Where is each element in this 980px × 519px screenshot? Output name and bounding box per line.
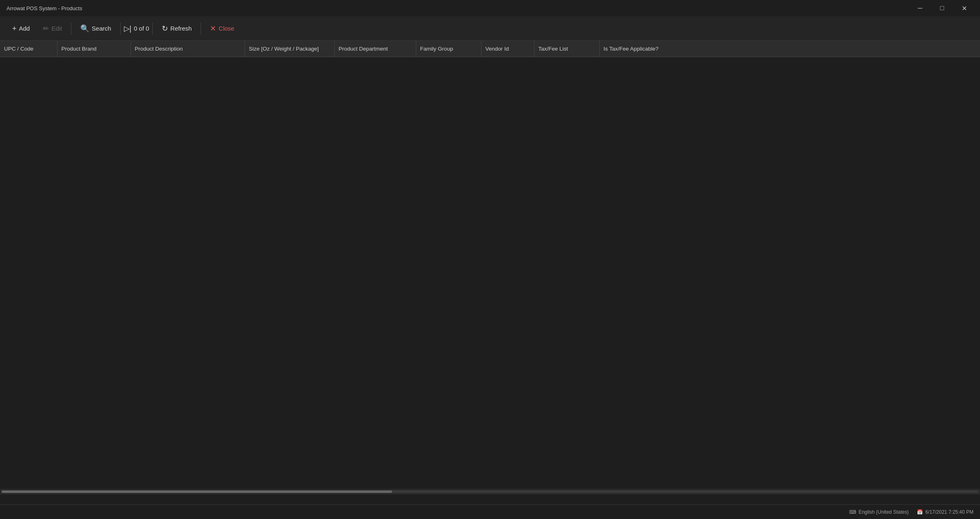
separator-4 xyxy=(201,22,201,35)
scrollbar-thumb[interactable] xyxy=(2,490,392,493)
record-count-display: ▷| 0 of 0 xyxy=(124,24,149,33)
col-header-size: Size [Oz / Weight / Package] xyxy=(245,41,334,57)
horizontal-scrollbar[interactable] xyxy=(0,489,980,495)
table-container: UPC / Code Product Brand Product Descrip… xyxy=(0,41,980,280)
edit-button[interactable]: ✏ Edit xyxy=(37,22,68,35)
search-icon: 🔍 xyxy=(80,25,89,32)
col-header-brand: Product Brand xyxy=(57,41,130,57)
products-table: UPC / Code Product Brand Product Descrip… xyxy=(0,41,980,57)
empty-content-area xyxy=(0,280,980,519)
table-header-row: UPC / Code Product Brand Product Descrip… xyxy=(0,41,980,57)
col-header-dept: Product Department xyxy=(334,41,416,57)
refresh-icon: ↻ xyxy=(162,25,168,32)
maximize-button[interactable]: □ xyxy=(933,2,951,15)
col-header-vendor: Vendor Id xyxy=(481,41,534,57)
status-bar: ⌨ English (United States) 📅 6/17/2021 7:… xyxy=(0,504,980,519)
add-icon: + xyxy=(12,25,17,32)
minimize-button[interactable]: ─ xyxy=(911,2,929,15)
separator-1 xyxy=(71,22,71,35)
close-label: Close xyxy=(219,25,234,32)
language-label: English (United States) xyxy=(859,509,909,515)
add-label: Add xyxy=(19,25,30,32)
edit-icon: ✏ xyxy=(43,25,49,32)
cal-icon: 📅 xyxy=(917,509,923,515)
close-button[interactable]: ✕ Close xyxy=(204,22,240,35)
col-header-family: Family Group xyxy=(416,41,481,57)
window-close-button[interactable]: ✕ xyxy=(955,2,973,15)
refresh-button[interactable]: ↻ Refresh xyxy=(156,22,198,35)
main-content: UPC / Code Product Brand Product Descrip… xyxy=(0,41,980,519)
record-count-value: 0 of 0 xyxy=(134,25,149,32)
navigate-icon: ▷| xyxy=(124,24,132,33)
search-label: Search xyxy=(92,25,111,32)
language-status: ⌨ English (United States) xyxy=(849,509,909,515)
toolbar: + Add ✏ Edit 🔍 Search ▷| 0 of 0 ↻ Refres… xyxy=(0,16,980,41)
separator-3 xyxy=(152,22,153,35)
scrollbar-track[interactable] xyxy=(2,490,978,493)
close-icon: ✕ xyxy=(210,25,216,32)
window-controls: ─ □ ✕ xyxy=(911,2,973,15)
search-button[interactable]: 🔍 Search xyxy=(75,22,117,35)
col-header-upc: UPC / Code xyxy=(0,41,57,57)
title-bar: Arrowat POS System - Products ─ □ ✕ xyxy=(0,0,980,16)
col-header-taxapp: Is Tax/Fee Applicable? xyxy=(599,41,980,57)
col-header-desc: Product Description xyxy=(130,41,245,57)
refresh-label: Refresh xyxy=(170,25,192,32)
datetime-status: 📅 6/17/2021 7:25:40 PM xyxy=(917,509,973,515)
add-button[interactable]: + Add xyxy=(7,22,35,35)
col-header-taxlist: Tax/Fee List xyxy=(534,41,599,57)
edit-label: Edit xyxy=(51,25,62,32)
lang-icon: ⌨ xyxy=(849,509,856,515)
separator-2 xyxy=(120,22,121,35)
datetime-label: 6/17/2021 7:25:40 PM xyxy=(925,509,973,515)
window-title: Arrowat POS System - Products xyxy=(7,5,911,11)
